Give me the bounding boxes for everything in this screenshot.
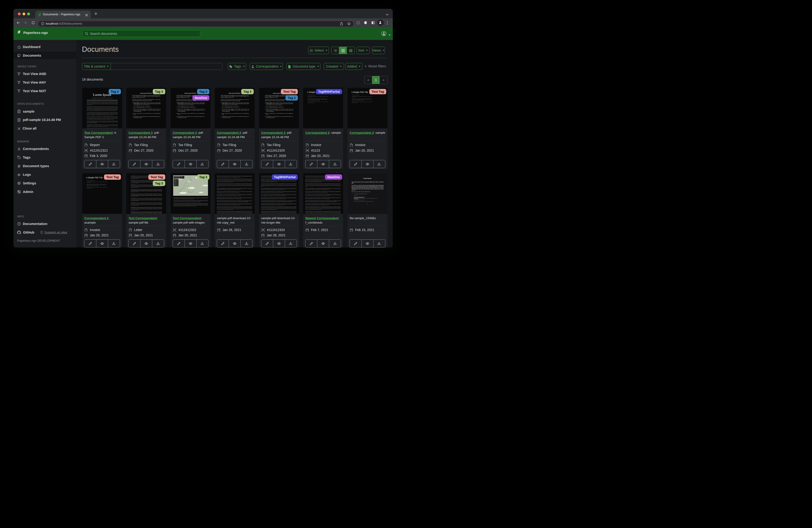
svg-text:1: 1 (358, 22, 359, 24)
svg-text:?: ? (18, 223, 19, 225)
